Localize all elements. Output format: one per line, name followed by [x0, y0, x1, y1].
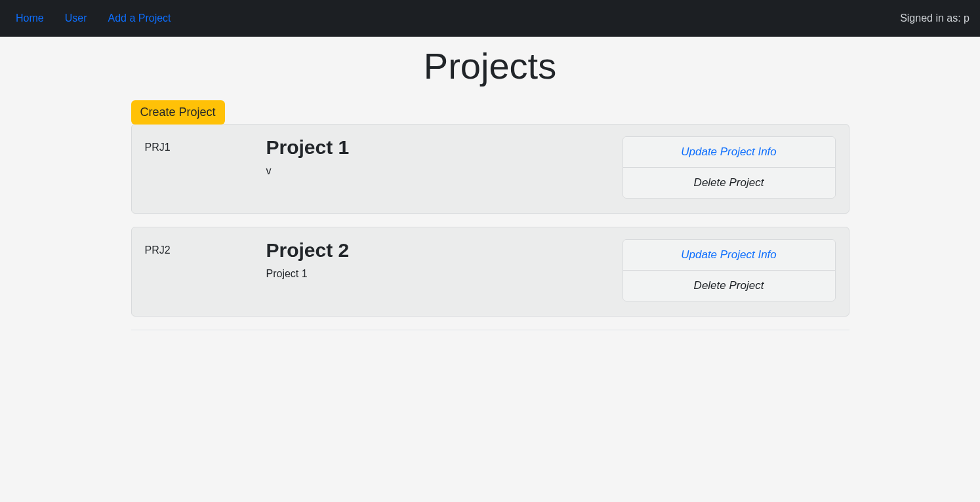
- project-name: Project 1: [266, 136, 623, 159]
- project-card: PRJ2 Project 2 Project 1 Update Project …: [131, 227, 849, 317]
- update-project-button[interactable]: Update Project Info: [623, 137, 835, 168]
- project-card: PRJ1 Project 1 v Update Project Info Del…: [131, 124, 849, 214]
- project-main: Project 1 v: [266, 136, 623, 199]
- project-description: Project 1: [266, 268, 623, 280]
- projects-list: PRJ1 Project 1 v Update Project Info Del…: [131, 124, 849, 317]
- divider: [131, 330, 849, 330]
- nav-home-link[interactable]: Home: [5, 7, 54, 29]
- project-actions: Update Project Info Delete Project: [623, 239, 836, 301]
- create-project-button[interactable]: Create Project: [131, 100, 225, 125]
- delete-project-button[interactable]: Delete Project: [623, 271, 835, 301]
- project-description: v: [266, 165, 623, 177]
- navbar: Home User Add a Project Signed in as: p: [0, 0, 980, 37]
- delete-project-button[interactable]: Delete Project: [623, 168, 835, 198]
- nav-add-project-link[interactable]: Add a Project: [97, 7, 181, 29]
- project-main: Project 2 Project 1: [266, 239, 623, 301]
- project-name: Project 2: [266, 239, 623, 261]
- main-container: Create Project PRJ1 Project 1 v Update P…: [131, 100, 849, 330]
- project-code: PRJ1: [145, 136, 266, 199]
- page-title: Projects: [0, 45, 980, 87]
- project-code: PRJ2: [145, 239, 266, 301]
- update-project-button[interactable]: Update Project Info: [623, 240, 835, 271]
- nav-user-link[interactable]: User: [54, 7, 98, 29]
- project-actions: Update Project Info Delete Project: [623, 136, 836, 199]
- navbar-links: Home User Add a Project: [5, 7, 182, 29]
- signed-in-text: Signed in as: p: [900, 12, 975, 24]
